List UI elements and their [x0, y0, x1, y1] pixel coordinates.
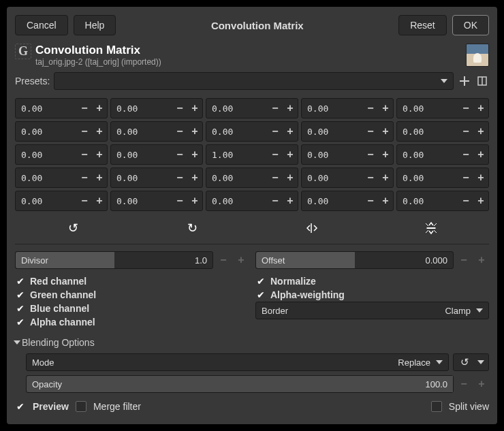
spin-minus-button[interactable]: − — [363, 168, 378, 187]
matrix-cell-0-2[interactable]: 0.00−+ — [206, 98, 298, 118]
spin-minus-button[interactable]: − — [77, 122, 92, 141]
matrix-cell-0-3[interactable]: 0.00−+ — [301, 98, 394, 118]
spin-plus-button[interactable]: + — [92, 168, 107, 187]
matrix-cell-2-4[interactable]: 0.00−+ — [396, 144, 489, 165]
spin-plus-button[interactable]: + — [378, 191, 393, 210]
spin-plus-button[interactable]: + — [92, 99, 107, 118]
alpha-weighting-checkbox[interactable]: ✔ — [255, 289, 266, 300]
matrix-cell-3-1[interactable]: 0.00−+ — [110, 167, 203, 188]
spin-minus-button[interactable]: − — [77, 145, 92, 164]
help-button[interactable]: Help — [74, 15, 116, 35]
spin-minus-button[interactable]: − — [268, 122, 283, 141]
spin-plus-button[interactable]: + — [92, 191, 107, 210]
split-view-checkbox[interactable] — [431, 401, 442, 412]
spin-plus-button[interactable]: + — [283, 191, 298, 210]
matrix-cell-0-1[interactable]: 0.00−+ — [110, 98, 203, 118]
matrix-cell-1-1[interactable]: 0.00−+ — [110, 121, 203, 142]
matrix-cell-0-0[interactable]: 0.00−+ — [15, 98, 108, 118]
matrix-cell-1-2[interactable]: 0.00−+ — [206, 121, 298, 142]
matrix-cell-3-4[interactable]: 0.00−+ — [396, 167, 489, 188]
spin-plus-button[interactable]: + — [283, 145, 298, 164]
rotate-right-button[interactable]: ↻ — [134, 219, 251, 237]
mode-select[interactable]: Mode Replace — [26, 353, 449, 371]
flip-horizontal-button[interactable] — [253, 219, 370, 237]
spin-minus-button[interactable]: − — [172, 99, 187, 118]
reset-button[interactable]: Reset — [398, 15, 447, 35]
spin-plus-button[interactable]: + — [92, 145, 107, 164]
red-channel-checkbox[interactable]: ✔ — [15, 276, 26, 287]
spin-minus-button[interactable]: − — [268, 191, 283, 210]
flip-vertical-button[interactable] — [373, 219, 489, 237]
manage-presets-button[interactable] — [475, 74, 489, 88]
presets-combo[interactable] — [54, 72, 454, 90]
spin-minus-button[interactable]: − — [77, 168, 92, 187]
spin-minus-button[interactable]: − — [268, 99, 283, 118]
normalize-checkbox[interactable]: ✔ — [255, 276, 266, 287]
spin-minus-button[interactable]: − — [363, 145, 378, 164]
spin-plus-button[interactable]: + — [187, 145, 202, 164]
border-select[interactable]: Border Clamp — [255, 302, 489, 319]
spin-plus-button[interactable]: + — [92, 122, 107, 141]
matrix-cell-2-2[interactable]: 1.00−+ — [206, 144, 298, 165]
opacity-slider[interactable]: Opacity 100.0 — [26, 375, 454, 393]
matrix-cell-4-4[interactable]: 0.00−+ — [396, 191, 489, 211]
spin-plus-button[interactable]: + — [473, 191, 488, 210]
spin-plus-button[interactable]: + — [378, 145, 393, 164]
spin-plus-button[interactable]: + — [187, 122, 202, 141]
spin-minus-button[interactable]: − — [172, 191, 187, 210]
spin-plus-button[interactable]: + — [187, 191, 202, 210]
matrix-cell-3-3[interactable]: 0.00−+ — [301, 167, 394, 188]
merge-filter-checkbox[interactable] — [76, 401, 86, 412]
spin-minus-button[interactable]: − — [458, 145, 473, 164]
spin-plus-button[interactable]: + — [378, 122, 393, 141]
offset-plus-button[interactable]: + — [474, 251, 489, 269]
matrix-cell-1-3[interactable]: 0.00−+ — [301, 121, 394, 142]
spin-minus-button[interactable]: − — [77, 99, 92, 118]
spin-minus-button[interactable]: − — [172, 168, 187, 187]
spin-minus-button[interactable]: − — [363, 191, 378, 210]
spin-plus-button[interactable]: + — [283, 122, 298, 141]
divisor-slider[interactable]: Divisor 1.0 — [15, 251, 213, 269]
offset-slider[interactable]: Offset 0.000 — [255, 251, 454, 269]
spin-plus-button[interactable]: + — [283, 168, 298, 187]
spin-minus-button[interactable]: − — [363, 122, 378, 141]
opacity-plus-button[interactable]: + — [474, 375, 489, 393]
matrix-cell-4-2[interactable]: 0.00−+ — [206, 191, 298, 211]
spin-plus-button[interactable]: + — [283, 99, 298, 118]
rotate-left-button[interactable]: ↺ — [15, 219, 131, 237]
matrix-cell-2-3[interactable]: 0.00−+ — [301, 144, 394, 165]
matrix-cell-0-4[interactable]: 0.00−+ — [396, 98, 489, 118]
mode-reset-button[interactable]: ↺ — [453, 353, 489, 371]
spin-minus-button[interactable]: − — [458, 168, 473, 187]
matrix-cell-2-0[interactable]: 0.00−+ — [15, 144, 108, 165]
matrix-cell-4-1[interactable]: 0.00−+ — [110, 191, 203, 211]
blue-channel-checkbox[interactable]: ✔ — [15, 303, 26, 314]
spin-minus-button[interactable]: − — [458, 191, 473, 210]
green-channel-checkbox[interactable]: ✔ — [15, 289, 26, 300]
matrix-cell-4-3[interactable]: 0.00−+ — [301, 191, 394, 211]
divisor-plus-button[interactable]: + — [234, 251, 249, 269]
add-preset-button[interactable] — [458, 74, 471, 88]
opacity-minus-button[interactable]: − — [456, 375, 471, 393]
spin-plus-button[interactable]: + — [473, 168, 488, 187]
ok-button[interactable]: OK — [452, 15, 489, 35]
cancel-button[interactable]: Cancel — [15, 15, 68, 35]
divisor-minus-button[interactable]: − — [216, 251, 231, 269]
spin-plus-button[interactable]: + — [187, 99, 202, 118]
spin-plus-button[interactable]: + — [473, 99, 488, 118]
spin-minus-button[interactable]: − — [458, 99, 473, 118]
blending-options-header[interactable]: Blending Options — [15, 337, 489, 348]
preview-checkbox[interactable]: ✔ — [15, 401, 26, 412]
spin-plus-button[interactable]: + — [378, 168, 393, 187]
matrix-cell-4-0[interactable]: 0.00−+ — [15, 191, 108, 211]
spin-plus-button[interactable]: + — [378, 99, 393, 118]
matrix-cell-1-4[interactable]: 0.00−+ — [396, 121, 489, 142]
alpha-channel-checkbox[interactable]: ✔ — [15, 317, 26, 328]
spin-plus-button[interactable]: + — [473, 145, 488, 164]
matrix-cell-1-0[interactable]: 0.00−+ — [15, 121, 108, 142]
matrix-cell-2-1[interactable]: 0.00−+ — [110, 144, 203, 165]
spin-minus-button[interactable]: − — [172, 122, 187, 141]
spin-minus-button[interactable]: − — [363, 99, 378, 118]
offset-minus-button[interactable]: − — [456, 251, 471, 269]
matrix-cell-3-0[interactable]: 0.00−+ — [15, 167, 108, 188]
